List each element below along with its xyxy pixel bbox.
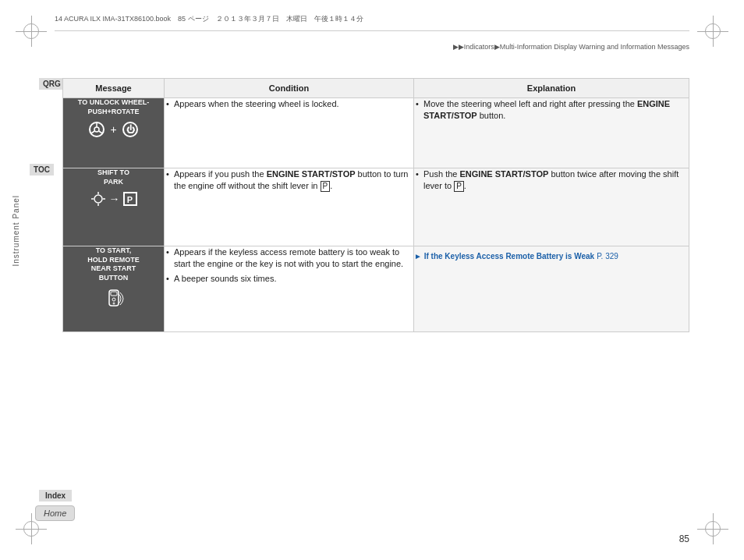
steering-wheel-icon xyxy=(88,121,105,138)
condition-cell-3: Appears if the keyless access remote bat… xyxy=(165,246,414,332)
message-cell-2: SHIFT TOPARK → P xyxy=(63,168,165,246)
condition-list-2: Appears if you push the ENGINE START/STO… xyxy=(165,168,413,193)
home-button[interactable]: Home xyxy=(35,505,75,521)
message-icons-3 xyxy=(63,288,164,310)
svg-point-7 xyxy=(94,195,102,203)
condition-cell-1: Appears when the steering wheel is locke… xyxy=(165,98,414,168)
index-button[interactable]: Index xyxy=(39,490,72,502)
svg-point-14 xyxy=(112,298,115,301)
explanation-list-1: Move the steering wheel left and right a… xyxy=(414,98,689,122)
file-info: 14 ACURA ILX IMA-31TX86100.book 85 ページ ２… xyxy=(55,14,363,24)
arrow-right-icon: → xyxy=(109,193,120,205)
qrg-label[interactable]: QRG xyxy=(39,78,65,90)
condition-cell-2: Appears if you push the ENGINE START/STO… xyxy=(165,168,414,246)
message-cell-3: TO START,HOLD REMOTENEAR STARTBUTTON xyxy=(63,246,165,332)
plus-icon: + xyxy=(110,123,116,136)
explanation-cell-1: Move the steering wheel left and right a… xyxy=(414,98,689,168)
breadcrumb: ▶▶Indicators▶Multi-Information Display W… xyxy=(453,43,689,51)
explanation-link-text[interactable]: If the Keyless Access Remote Battery is … xyxy=(424,252,594,261)
corner-decoration-tl xyxy=(16,16,47,47)
message-title-1: TO UNLOCK WHEEL-PUSH+ROTATE xyxy=(63,98,164,116)
explanation-item: Move the steering wheel left and right a… xyxy=(414,98,689,122)
message-cell-1: TO UNLOCK WHEEL-PUSH+ROTATE + xyxy=(63,98,165,168)
explanation-item: Push the ENGINE START/STOP button twice … xyxy=(414,168,689,193)
message-title-3: TO START,HOLD REMOTENEAR STARTBUTTON xyxy=(63,246,164,283)
condition-list-1: Appears when the steering wheel is locke… xyxy=(165,98,413,110)
condition-item: Appears if the keyless access remote bat… xyxy=(165,246,413,271)
toc-label[interactable]: TOC xyxy=(30,164,54,175)
col-header-message: Message xyxy=(63,79,165,98)
light-icon xyxy=(90,191,106,207)
condition-item: A beeper sounds six times. xyxy=(165,273,413,285)
svg-point-1 xyxy=(94,127,99,132)
table-row: TO UNLOCK WHEEL-PUSH+ROTATE + xyxy=(63,98,689,168)
main-content: Message Condition Explanation TO UNLOCK … xyxy=(62,78,689,498)
explanation-cell-3: ► If the Keyless Access Remote Battery i… xyxy=(414,246,689,332)
condition-list-3: Appears if the keyless access remote bat… xyxy=(165,246,413,285)
message-icons-1: + ⏻ xyxy=(63,121,164,138)
table-row: SHIFT TOPARK → P xyxy=(63,168,689,246)
svg-text:⏻: ⏻ xyxy=(126,124,134,134)
info-table: Message Condition Explanation TO UNLOCK … xyxy=(62,78,689,332)
message-title-2: SHIFT TOPARK xyxy=(63,168,164,186)
corner-decoration-tr xyxy=(697,16,728,47)
car-key-icon: ⏻ xyxy=(122,121,139,138)
explanation-cell-2: Push the ENGINE START/STOP button twice … xyxy=(414,168,689,246)
condition-item: Appears when the steering wheel is locke… xyxy=(165,98,413,110)
col-header-condition: Condition xyxy=(165,79,414,98)
svg-point-15 xyxy=(113,303,115,304)
instrument-panel-label: Instrument Panel xyxy=(12,195,20,267)
remote-fob-icon xyxy=(103,288,125,310)
table-row: TO START,HOLD REMOTENEAR STARTBUTTON xyxy=(63,246,689,332)
top-bar: 14 ACURA ILX IMA-31TX86100.book 85 ページ ２… xyxy=(55,8,689,31)
col-header-explanation: Explanation xyxy=(414,79,689,98)
explanation-link-page: P. 329 xyxy=(597,252,618,261)
p-indicator-icon: P xyxy=(123,192,137,206)
corner-decoration-br xyxy=(697,513,728,544)
explanation-list-2: Push the ENGINE START/STOP button twice … xyxy=(414,168,689,193)
condition-item: Appears if you push the ENGINE START/STO… xyxy=(165,168,413,193)
link-arrow-icon: ► xyxy=(414,252,424,261)
explanation-link-container: ► If the Keyless Access Remote Battery i… xyxy=(414,246,689,266)
svg-rect-13 xyxy=(111,292,117,296)
page-number: 85 xyxy=(679,533,689,544)
message-icons-2: → P xyxy=(63,191,164,207)
